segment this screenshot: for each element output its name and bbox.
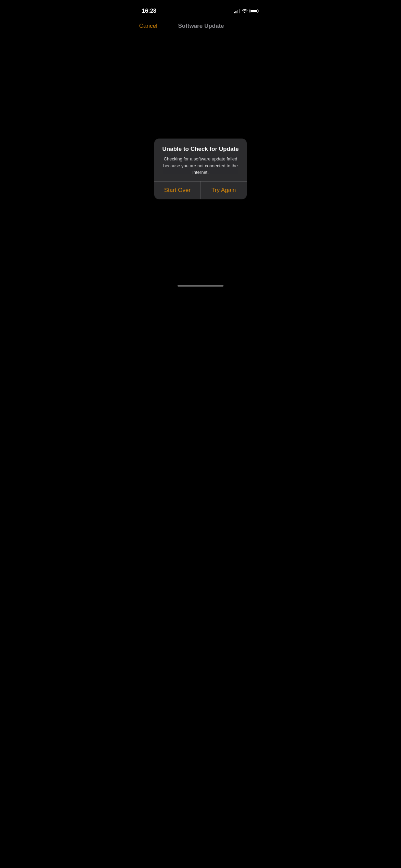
status-icons [234,9,259,13]
signal-bar-4 [239,9,240,13]
nav-title: Software Update [140,23,262,29]
wifi-icon [242,9,247,13]
signal-bar-1 [234,12,235,13]
home-indicator [178,285,223,287]
signal-bar-3 [237,10,238,13]
alert-dialog: Unable to Check for Update Checking for … [154,138,247,199]
alert-title: Unable to Check for Update [160,145,241,153]
alert-buttons: Start Over Try Again [154,181,247,199]
nav-bar: Cancel Software Update [134,17,267,35]
battery-tip [258,10,259,12]
signal-bar-2 [235,11,236,13]
start-over-button[interactable]: Start Over [154,181,200,199]
try-again-button[interactable]: Try Again [200,181,247,199]
status-time: 16:28 [142,8,156,14]
signal-icon [234,9,240,13]
alert-content: Unable to Check for Update Checking for … [154,138,247,181]
battery-body [250,9,258,13]
alert-message: Checking for a software update failed be… [160,156,241,176]
battery-icon [250,9,259,13]
status-bar: 16:28 [134,0,267,17]
battery-fill [251,10,257,12]
